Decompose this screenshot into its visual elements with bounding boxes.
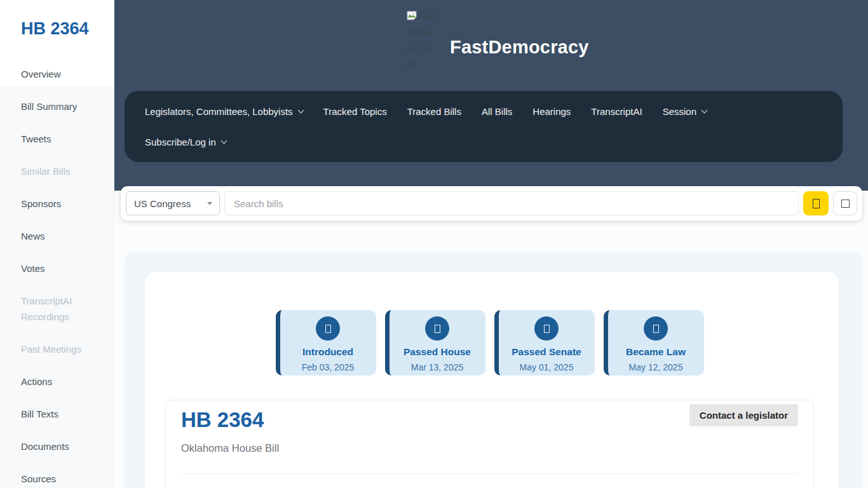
content-container: Introduced Feb 03, 2025 Passed House Mar…	[125, 252, 862, 488]
search-bar: US Congress	[121, 186, 862, 220]
stage-status-circle	[425, 316, 449, 341]
bill-overview-card: Introduced Feb 03, 2025 Passed House Mar…	[145, 272, 839, 488]
chevron-down-icon	[220, 137, 227, 144]
sidebar-item[interactable]: Documents	[0, 430, 114, 463]
chevron-down-icon	[297, 107, 304, 113]
search-input[interactable]	[224, 191, 799, 215]
nav-item-label: All Bills	[482, 106, 512, 117]
sidebar-item[interactable]: Sources	[0, 463, 114, 488]
stage-label: Passed House	[390, 346, 485, 358]
nav-item-label: TranscriptAI	[591, 106, 642, 117]
timeline-stage-card: Passed Senate May 01, 2025	[494, 310, 595, 376]
nav-item-label: Tracked Bills	[407, 106, 461, 117]
nav-item[interactable]: Hearings	[522, 106, 581, 117]
search-button-missing-glyph-icon	[813, 199, 820, 208]
search-button[interactable]	[803, 191, 829, 215]
bill-title-block: HB 2364 Oklahoma House Bill	[181, 403, 279, 454]
secondary-button-missing-glyph-icon	[841, 200, 850, 208]
sidebar-item[interactable]: Tweets	[0, 123, 114, 155]
nav-item-label: Legislators, Committees, Lobbyists	[145, 106, 293, 117]
sidebar-item[interactable]: Overview	[0, 58, 114, 90]
sidebar: HB 2364 Overview Bill Summary Tweets Sim…	[0, 0, 114, 488]
nav-item[interactable]: Tracked Topics	[313, 106, 397, 117]
brand-logo-broken-image[interactable]: FastDemocracy logo	[407, 9, 436, 72]
sidebar-item: TranscriptAI Recordings	[0, 285, 114, 333]
nav-item[interactable]: Tracked Bills	[397, 106, 471, 117]
jurisdiction-selected-value: US Congress	[134, 198, 191, 209]
brand-row: FastDemocracy logo FastDemocracy	[114, 0, 868, 91]
stage-date: Feb 03, 2025	[280, 362, 376, 372]
stage-label: Passed Senate	[499, 346, 595, 358]
brand-title[interactable]: FastDemocracy	[450, 37, 589, 58]
stage-label: Introduced	[280, 346, 376, 358]
nav-item[interactable]: Session	[653, 106, 717, 117]
sidebar-item: Past Meetings	[0, 333, 114, 365]
stage-date: Mar 13, 2025	[390, 362, 485, 372]
timeline-stage-card: Introduced Feb 03, 2025	[276, 310, 376, 376]
bill-id-heading: HB 2364	[181, 408, 279, 432]
sidebar-item[interactable]: Bill Summary	[0, 90, 114, 123]
nav-row-secondary: Subscribe/Log in	[135, 130, 832, 154]
sidebar-item[interactable]: Votes	[0, 252, 114, 285]
main-navbar: Legislators, Committees, Lobbyists Track…	[125, 91, 843, 162]
jurisdiction-select[interactable]: US Congress	[126, 191, 220, 215]
sidebar-item[interactable]: Bill Texts	[0, 398, 114, 430]
stage-date: May 01, 2025	[499, 362, 595, 372]
stage-status-circle	[534, 316, 559, 341]
nav-item-label: Session	[663, 106, 696, 117]
main-column: FastDemocracy logo FastDemocracy Legisla…	[114, 0, 868, 488]
sidebar-item[interactable]: Sponsors	[0, 187, 114, 220]
bill-head-row: HB 2364 Oklahoma House Bill Contact a le…	[181, 403, 798, 454]
stage-missing-glyph-icon	[435, 325, 440, 333]
secondary-search-button[interactable]	[833, 191, 857, 215]
stage-missing-glyph-icon	[325, 325, 331, 333]
nav-item-label: Tracked Topics	[323, 106, 387, 117]
nav-item[interactable]: Subscribe/Log in	[135, 137, 236, 147]
timeline-stage-card: Passed House Mar 13, 2025	[385, 310, 485, 376]
bill-progress-timeline: Introduced Feb 03, 2025 Passed House Mar…	[165, 310, 814, 376]
sidebar-item[interactable]: News	[0, 220, 114, 252]
nav-item[interactable]: TranscriptAI	[581, 106, 652, 117]
page-header: FastDemocracy logo FastDemocracy Legisla…	[114, 0, 868, 191]
nav-item[interactable]: Legislators, Committees, Lobbyists	[135, 106, 313, 117]
contact-legislator-button[interactable]: Contact a legislator	[689, 404, 798, 426]
stage-status-circle	[316, 316, 340, 341]
bill-card-divider	[181, 473, 798, 474]
nav-item-label: Hearings	[532, 106, 571, 117]
sidebar-bill-title: HB 2364	[21, 19, 114, 39]
stage-missing-glyph-icon	[653, 325, 659, 333]
sidebar-item[interactable]: Actions	[0, 365, 114, 398]
stage-date: May 12, 2025	[608, 362, 704, 372]
chevron-down-icon	[702, 107, 708, 113]
broken-image-icon	[407, 11, 417, 21]
bill-header-card: HB 2364 Oklahoma House Bill Contact a le…	[165, 400, 814, 488]
stage-status-circle	[644, 316, 668, 341]
stage-label: Became Law	[608, 346, 704, 358]
timeline-stage-card: Became Law May 12, 2025	[604, 310, 704, 376]
stage-missing-glyph-icon	[544, 325, 550, 333]
select-dropdown-arrow-icon	[207, 202, 212, 205]
sidebar-item: Similar Bills	[0, 155, 114, 187]
nav-row-primary: Legislators, Committees, Lobbyists Track…	[135, 99, 832, 123]
page: HB 2364 Overview Bill Summary Tweets Sim…	[0, 0, 868, 488]
nav-item-label: Subscribe/Log in	[145, 137, 216, 147]
nav-item[interactable]: All Bills	[471, 106, 522, 117]
sidebar-nav: Overview Bill Summary Tweets Similar Bil…	[0, 58, 114, 488]
bill-subtitle: Oklahoma House Bill	[181, 442, 279, 454]
